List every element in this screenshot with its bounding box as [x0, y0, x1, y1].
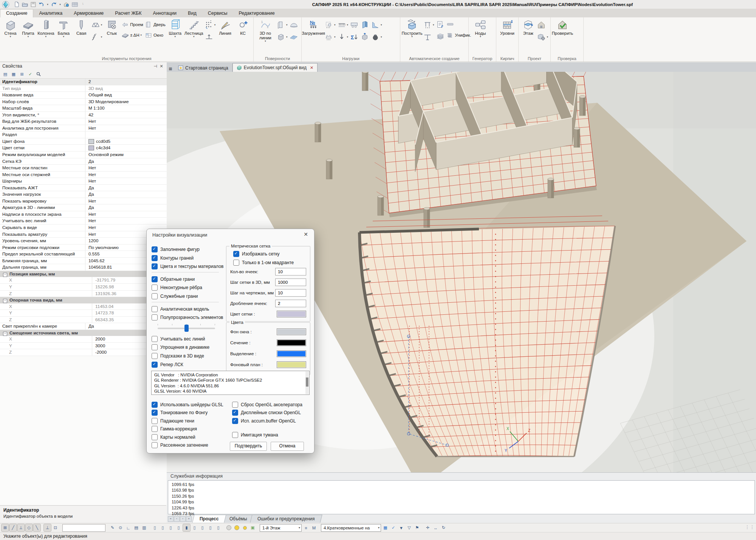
- edit-pencil-icon[interactable]: ✎: [109, 524, 116, 531]
- ribbon-tab-7[interactable]: Сервисы: [202, 9, 233, 17]
- coords-input[interactable]: [62, 524, 105, 532]
- checkbox-исп-accum-buffer-opengl[interactable]: Исп. accum.buffer OpenGL: [232, 418, 310, 424]
- checkbox-карты-нормалей[interactable]: Карты нормалей: [152, 434, 225, 440]
- property-row[interactable]: X-31791.79: [0, 277, 167, 284]
- layer-light-icon[interactable]: ▣: [249, 524, 256, 531]
- opengl-info-box[interactable]: GL Vendor : NVIDIA Corporation GL Render…: [151, 371, 310, 395]
- pan-icon[interactable]: ↔: [432, 524, 439, 531]
- redo-menu-icon[interactable]: ▾: [59, 1, 62, 8]
- property-group-row[interactable]: −Позиция камеры, мм: [0, 271, 167, 277]
- rotate-icon[interactable]: ↻: [440, 524, 447, 531]
- filter-down-icon[interactable]: ▼: [398, 524, 405, 531]
- checkbox-рассеянное-затенение[interactable]: Рассеянное затенение: [152, 442, 225, 448]
- property-row[interactable]: Местные оси стержнейНет: [0, 172, 167, 178]
- шахта-button[interactable]: Шахта▾: [166, 19, 184, 39]
- checkbox-гамма-коррекция[interactable]: Гамма-коррекция: [152, 426, 225, 432]
- проверить-button[interactable]: Проверить: [552, 19, 573, 36]
- checkbox-упрощения-в-динамике[interactable]: Упрощения в динамике: [152, 344, 225, 350]
- property-row[interactable]: Режим отрисовки подложкиПо умолчанию: [0, 244, 167, 251]
- балка-button[interactable]: Балка▾: [55, 19, 73, 39]
- стена-button[interactable]: Стена▾: [2, 19, 19, 39]
- property-row[interactable]: Z66343.35: [0, 317, 167, 323]
- property-row[interactable]: Цвет сеткиc4c3d4: [0, 145, 167, 152]
- paste-style-icon[interactable]: ▥: [141, 524, 148, 531]
- trainload-button[interactable]: [349, 20, 359, 30]
- loadcase-select[interactable]: 4.Кратковременные на▾: [321, 524, 381, 532]
- light-on-icon[interactable]: [233, 524, 240, 531]
- snap-axis-icon[interactable]: ╲: [33, 524, 40, 531]
- loadframe2-button[interactable]: ▾: [324, 32, 336, 42]
- property-row[interactable]: Ближняя граница, мм1045.62: [0, 258, 167, 265]
- snap-node-icon[interactable]: ⊞: [2, 524, 9, 531]
- color-swatch[interactable]: [277, 328, 306, 335]
- checkbox-обратные-грани[interactable]: Обратные грани: [152, 276, 225, 282]
- pour-icon[interactable]: ⚑: [414, 524, 421, 531]
- close-icon[interactable]: ✕: [158, 63, 164, 69]
- pin-icon[interactable]: ⊣: [152, 63, 158, 69]
- checkbox-только-в-1-ом-квадранте[interactable]: Только в 1-ом квадранте: [233, 260, 310, 266]
- property-row[interactable]: Набор слоёв3D Моделирование: [0, 99, 167, 105]
- стык-button[interactable]: Стык: [103, 19, 121, 36]
- property-row[interactable]: Скрывать в видеНет: [0, 224, 167, 231]
- унифик--button[interactable]: Унифик.: [446, 31, 471, 39]
- view-mode-8-icon[interactable]: ▯: [207, 524, 214, 531]
- filter-check-icon[interactable]: ✓: [390, 524, 397, 531]
- floor-select[interactable]: 1-й Этаж▾: [260, 524, 302, 532]
- docstack-button[interactable]: [435, 32, 445, 42]
- truss-button[interactable]: ▾: [91, 20, 103, 30]
- дверь-button[interactable]: Дверь: [145, 21, 166, 28]
- snap-line-icon[interactable]: ╱: [9, 524, 17, 531]
- dome-button[interactable]: [289, 20, 299, 30]
- property-row[interactable]: Цвет фонаccd0d5: [0, 138, 167, 145]
- house-button[interactable]: [536, 20, 548, 30]
- grid-color-swatch[interactable]: [277, 311, 306, 317]
- property-row[interactable]: Название видаОбщий вид: [0, 92, 167, 99]
- property-row[interactable]: X2000: [0, 336, 167, 343]
- property-row[interactable]: Режим визуализации моделейОсновной режим: [0, 152, 167, 158]
- property-row[interactable]: Учитывать вес линийНет: [0, 218, 167, 224]
- property-row[interactable]: Значения нагрузокДа: [0, 191, 167, 198]
- weight-button[interactable]: ▾: [370, 32, 383, 42]
- press-button[interactable]: [360, 32, 370, 42]
- checkbox-сброс-opengl-акселератора[interactable]: Сброс OpenGL акселератора: [232, 402, 310, 408]
- bluewall-button[interactable]: [360, 20, 370, 30]
- field-шаг-на-чертежах-мм[interactable]: [275, 289, 306, 297]
- panel-button[interactable]: ▾: [276, 20, 288, 30]
- ribbon-tab-2[interactable]: Аналитика: [33, 9, 68, 17]
- light-small-icon[interactable]: [241, 524, 248, 531]
- загружения-button[interactable]: №Загружения: [303, 19, 324, 36]
- color-swatch[interactable]: [277, 361, 306, 368]
- property-row[interactable]: Свет прикреплён к камереДа: [0, 323, 167, 330]
- tab-list-icon[interactable]: ▦: [167, 65, 174, 72]
- ribbon-tab-6[interactable]: Вид: [182, 9, 202, 17]
- ribbon-tab-8[interactable]: Редактирование: [233, 9, 280, 17]
- view-mode-3-icon[interactable]: ▯: [167, 524, 174, 531]
- property-row[interactable]: Местные оси пластинНет: [0, 165, 167, 172]
- scrollbar-thumb[interactable]: [306, 378, 308, 387]
- apply-check-icon[interactable]: ✓: [27, 71, 33, 77]
- level-button[interactable]: [204, 32, 216, 42]
- checkbox-подсказки-в-3d-виде[interactable]: Подсказки в 3D виде: [152, 353, 225, 359]
- view-mode-4-icon[interactable]: ▯: [175, 524, 182, 531]
- transparency-slider[interactable]: [158, 323, 215, 333]
- ribbon-tab-4[interactable]: Расчет ЖБК: [109, 9, 147, 17]
- property-row[interactable]: Y15226.98: [0, 284, 167, 291]
- anchor-icon[interactable]: ⊥: [44, 524, 51, 531]
- построить-button[interactable]: Построить▾: [402, 19, 422, 39]
- hbar-button[interactable]: [446, 21, 471, 28]
- лестница-button[interactable]: Лестница▾: [184, 19, 204, 39]
- circle-snap-icon[interactable]: ⊙: [117, 524, 124, 531]
- spring-button[interactable]: ▾: [91, 32, 103, 42]
- property-row[interactable]: Предел зеркальной составляющей0.555: [0, 251, 167, 258]
- property-row[interactable]: Уровень сечения, мм1200: [0, 238, 167, 244]
- light-off-icon[interactable]: [225, 524, 232, 531]
- categorized-view-icon[interactable]: ▤: [2, 71, 8, 77]
- field-дробление-ячеек-[interactable]: [275, 300, 306, 307]
- property-row[interactable]: Показать маркировкуНет: [0, 198, 167, 205]
- prism-button[interactable]: ▾: [276, 32, 288, 42]
- property-row[interactable]: Z-2000: [0, 349, 167, 356]
- view-mode-6-icon[interactable]: ▯: [191, 524, 198, 531]
- checkbox-аналитическая-модель[interactable]: Аналитическая модель: [152, 306, 225, 312]
- resize-grip[interactable]: ⋮⋮: [745, 525, 755, 530]
- floor-list-icon[interactable]: ≡: [302, 524, 310, 531]
